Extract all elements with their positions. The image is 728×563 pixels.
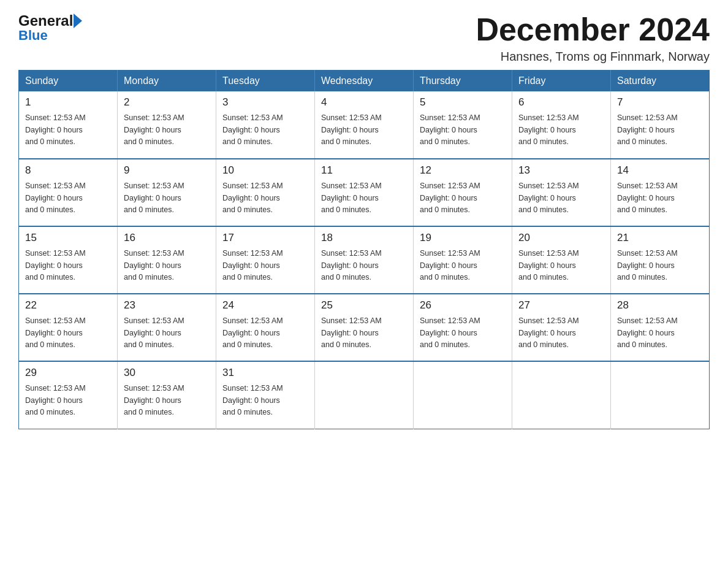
table-row: 12Sunset: 12:53 AMDaylight: 0 hoursand 0… bbox=[414, 159, 512, 226]
table-row: 8Sunset: 12:53 AMDaylight: 0 hoursand 0 … bbox=[19, 159, 118, 226]
day-info: Sunset: 12:53 AMDaylight: 0 hoursand 0 m… bbox=[518, 315, 604, 351]
day-info: Sunset: 12:53 AMDaylight: 0 hoursand 0 m… bbox=[420, 180, 506, 216]
day-number: 9 bbox=[124, 164, 210, 177]
day-number: 23 bbox=[124, 299, 210, 312]
day-number: 13 bbox=[518, 164, 604, 177]
day-number: 30 bbox=[124, 367, 210, 379]
day-number: 25 bbox=[321, 299, 407, 312]
table-row: 1Sunset: 12:53 AMDaylight: 0 hoursand 0 … bbox=[19, 91, 118, 159]
day-number: 31 bbox=[222, 367, 308, 379]
day-info: Sunset: 12:53 AMDaylight: 0 hoursand 0 m… bbox=[321, 112, 407, 148]
day-number: 20 bbox=[518, 232, 604, 244]
month-title: December 2024 bbox=[476, 12, 710, 47]
day-info: Sunset: 12:53 AMDaylight: 0 hoursand 0 m… bbox=[222, 248, 308, 283]
table-row: 21Sunset: 12:53 AMDaylight: 0 hoursand 0… bbox=[611, 226, 710, 294]
table-row: 4Sunset: 12:53 AMDaylight: 0 hoursand 0 … bbox=[315, 91, 414, 159]
logo-general-text: General bbox=[18, 12, 73, 29]
day-info: Sunset: 12:53 AMDaylight: 0 hoursand 0 m… bbox=[222, 383, 308, 418]
title-section: December 2024 Hansnes, Troms og Finnmark… bbox=[476, 12, 710, 64]
table-row bbox=[315, 361, 414, 429]
table-row: 29Sunset: 12:53 AMDaylight: 0 hoursand 0… bbox=[19, 361, 118, 429]
table-row: 30Sunset: 12:53 AMDaylight: 0 hoursand 0… bbox=[118, 361, 216, 429]
day-info: Sunset: 12:53 AMDaylight: 0 hoursand 0 m… bbox=[124, 180, 210, 216]
table-row: 16Sunset: 12:53 AMDaylight: 0 hoursand 0… bbox=[118, 226, 216, 294]
day-number: 27 bbox=[518, 299, 604, 312]
day-number: 8 bbox=[25, 164, 111, 177]
day-info: Sunset: 12:53 AMDaylight: 0 hoursand 0 m… bbox=[222, 112, 308, 148]
col-tuesday: Tuesday bbox=[216, 71, 315, 92]
day-info: Sunset: 12:53 AMDaylight: 0 hoursand 0 m… bbox=[420, 112, 506, 148]
logo-blue-text: Blue bbox=[18, 28, 82, 44]
table-row: 11Sunset: 12:53 AMDaylight: 0 hoursand 0… bbox=[315, 159, 414, 226]
day-number: 29 bbox=[25, 367, 111, 379]
day-info: Sunset: 12:53 AMDaylight: 0 hoursand 0 m… bbox=[25, 180, 111, 216]
calendar-table: Sunday Monday Tuesday Wednesday Thursday… bbox=[18, 70, 710, 429]
calendar-week-row: 22Sunset: 12:53 AMDaylight: 0 hoursand 0… bbox=[19, 294, 710, 361]
day-info: Sunset: 12:53 AMDaylight: 0 hoursand 0 m… bbox=[124, 315, 210, 351]
table-row: 19Sunset: 12:53 AMDaylight: 0 hoursand 0… bbox=[414, 226, 512, 294]
day-info: Sunset: 12:53 AMDaylight: 0 hoursand 0 m… bbox=[617, 315, 703, 351]
day-number: 2 bbox=[124, 96, 210, 109]
table-row: 28Sunset: 12:53 AMDaylight: 0 hoursand 0… bbox=[611, 294, 710, 361]
day-info: Sunset: 12:53 AMDaylight: 0 hoursand 0 m… bbox=[617, 112, 703, 148]
day-number: 16 bbox=[124, 232, 210, 244]
day-number: 26 bbox=[420, 299, 506, 312]
day-number: 11 bbox=[321, 164, 407, 177]
day-info: Sunset: 12:53 AMDaylight: 0 hoursand 0 m… bbox=[617, 180, 703, 216]
calendar-week-row: 29Sunset: 12:53 AMDaylight: 0 hoursand 0… bbox=[19, 361, 710, 429]
day-info: Sunset: 12:53 AMDaylight: 0 hoursand 0 m… bbox=[25, 383, 111, 418]
day-info: Sunset: 12:53 AMDaylight: 0 hoursand 0 m… bbox=[420, 248, 506, 283]
day-info: Sunset: 12:53 AMDaylight: 0 hoursand 0 m… bbox=[222, 315, 308, 351]
day-info: Sunset: 12:53 AMDaylight: 0 hoursand 0 m… bbox=[124, 248, 210, 283]
table-row bbox=[512, 361, 611, 429]
table-row: 24Sunset: 12:53 AMDaylight: 0 hoursand 0… bbox=[216, 294, 315, 361]
day-number: 28 bbox=[617, 299, 703, 312]
day-number: 10 bbox=[222, 164, 308, 177]
table-row: 9Sunset: 12:53 AMDaylight: 0 hoursand 0 … bbox=[118, 159, 216, 226]
table-row: 23Sunset: 12:53 AMDaylight: 0 hoursand 0… bbox=[118, 294, 216, 361]
day-number: 4 bbox=[321, 96, 407, 109]
day-number: 19 bbox=[420, 232, 506, 244]
day-info: Sunset: 12:53 AMDaylight: 0 hoursand 0 m… bbox=[518, 248, 604, 283]
col-wednesday: Wednesday bbox=[315, 71, 414, 92]
logo-triangle-icon bbox=[74, 13, 82, 28]
col-saturday: Saturday bbox=[611, 71, 710, 92]
day-number: 14 bbox=[617, 164, 703, 177]
day-number: 22 bbox=[25, 299, 111, 312]
day-info: Sunset: 12:53 AMDaylight: 0 hoursand 0 m… bbox=[518, 112, 604, 148]
table-row: 31Sunset: 12:53 AMDaylight: 0 hoursand 0… bbox=[216, 361, 315, 429]
location-text: Hansnes, Troms og Finnmark, Norway bbox=[476, 50, 710, 64]
col-sunday: Sunday bbox=[19, 71, 118, 92]
day-info: Sunset: 12:53 AMDaylight: 0 hoursand 0 m… bbox=[420, 315, 506, 351]
calendar-week-row: 8Sunset: 12:53 AMDaylight: 0 hoursand 0 … bbox=[19, 159, 710, 226]
table-row: 3Sunset: 12:53 AMDaylight: 0 hoursand 0 … bbox=[216, 91, 315, 159]
col-friday: Friday bbox=[512, 71, 611, 92]
table-row: 10Sunset: 12:53 AMDaylight: 0 hoursand 0… bbox=[216, 159, 315, 226]
day-info: Sunset: 12:53 AMDaylight: 0 hoursand 0 m… bbox=[25, 315, 111, 351]
day-info: Sunset: 12:53 AMDaylight: 0 hoursand 0 m… bbox=[518, 180, 604, 216]
day-number: 17 bbox=[222, 232, 308, 244]
day-number: 5 bbox=[420, 96, 506, 109]
table-row: 26Sunset: 12:53 AMDaylight: 0 hoursand 0… bbox=[414, 294, 512, 361]
day-number: 24 bbox=[222, 299, 308, 312]
table-row: 15Sunset: 12:53 AMDaylight: 0 hoursand 0… bbox=[19, 226, 118, 294]
table-row: 25Sunset: 12:53 AMDaylight: 0 hoursand 0… bbox=[315, 294, 414, 361]
day-number: 15 bbox=[25, 232, 111, 244]
day-number: 21 bbox=[617, 232, 703, 244]
table-row: 20Sunset: 12:53 AMDaylight: 0 hoursand 0… bbox=[512, 226, 611, 294]
table-row bbox=[414, 361, 512, 429]
day-number: 1 bbox=[25, 96, 111, 109]
table-row: 2Sunset: 12:53 AMDaylight: 0 hoursand 0 … bbox=[118, 91, 216, 159]
page-header: General Blue December 2024 Hansnes, Trom… bbox=[18, 12, 710, 64]
table-row bbox=[611, 361, 710, 429]
logo: General Blue bbox=[18, 12, 82, 44]
col-monday: Monday bbox=[118, 71, 216, 92]
calendar-week-row: 15Sunset: 12:53 AMDaylight: 0 hoursand 0… bbox=[19, 226, 710, 294]
day-info: Sunset: 12:53 AMDaylight: 0 hoursand 0 m… bbox=[321, 248, 407, 283]
day-number: 3 bbox=[222, 96, 308, 109]
table-row: 7Sunset: 12:53 AMDaylight: 0 hoursand 0 … bbox=[611, 91, 710, 159]
day-info: Sunset: 12:53 AMDaylight: 0 hoursand 0 m… bbox=[321, 180, 407, 216]
day-number: 7 bbox=[617, 96, 703, 109]
table-row: 5Sunset: 12:53 AMDaylight: 0 hoursand 0 … bbox=[414, 91, 512, 159]
day-info: Sunset: 12:53 AMDaylight: 0 hoursand 0 m… bbox=[124, 112, 210, 148]
